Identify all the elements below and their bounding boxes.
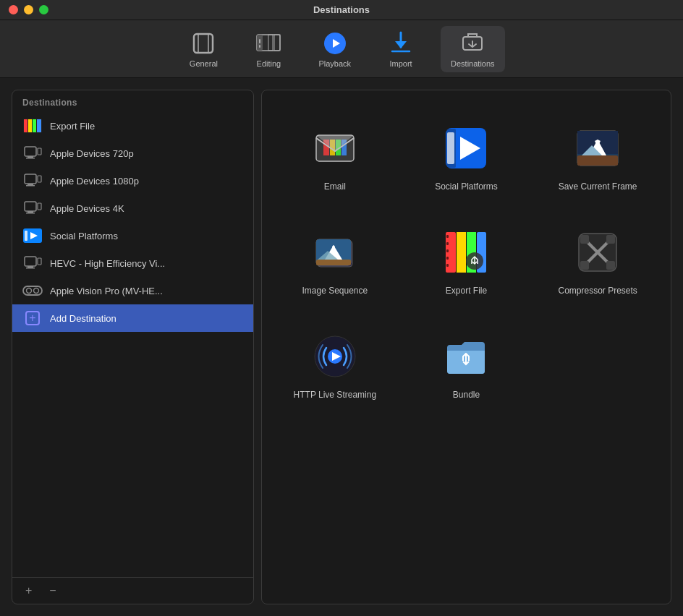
title-bar: Destinations [0, 0, 683, 20]
image-sequence-icon [309, 226, 361, 278]
email-icon [309, 122, 361, 174]
window-controls [9, 5, 48, 14]
save-frame-icon [572, 122, 624, 174]
svg-rect-63 [316, 260, 351, 265]
save-frame-label: Save Current Frame [559, 181, 637, 192]
svg-rect-71 [446, 249, 449, 252]
apple-4k-icon [22, 200, 43, 216]
svg-rect-73 [446, 264, 449, 267]
destination-item-email[interactable]: Email [276, 112, 394, 202]
svg-point-37 [27, 288, 32, 294]
bundle-icon [440, 330, 492, 382]
svg-rect-26 [27, 211, 33, 213]
svg-rect-28 [38, 203, 41, 210]
svg-rect-72 [446, 257, 449, 260]
minimize-button[interactable] [24, 5, 33, 14]
svg-rect-6 [274, 35, 280, 51]
email-label: Email [324, 181, 346, 192]
export-label: Export File [446, 286, 487, 296]
general-label: General [190, 59, 218, 68]
export-icon [440, 226, 492, 278]
svg-rect-82 [606, 261, 615, 270]
svg-rect-23 [26, 185, 35, 187]
svg-rect-80 [606, 235, 615, 244]
close-button[interactable] [9, 5, 18, 14]
svg-rect-16 [37, 119, 41, 132]
destination-item-export[interactable]: Export File [408, 216, 525, 306]
svg-rect-27 [26, 213, 35, 214]
social-label: Social Platforms [435, 181, 498, 192]
svg-rect-21 [25, 174, 36, 184]
svg-rect-70 [446, 242, 449, 245]
destinations-label: Destinations [451, 59, 495, 68]
svg-rect-17 [25, 147, 36, 156]
svg-rect-20 [38, 148, 41, 155]
playback-icon [322, 30, 348, 56]
destination-grid: Email Social Platforms [261, 90, 671, 604]
svg-rect-81 [580, 261, 589, 270]
hevc-icon [22, 255, 43, 271]
main-content: Destinations Export File [0, 78, 683, 616]
svg-rect-18 [27, 156, 33, 158]
toolbar: General Editing Playback [0, 20, 683, 78]
sidebar-item-apple-4k[interactable]: Apple Devices 4K [12, 194, 253, 222]
svg-rect-5 [268, 35, 273, 51]
apple-vision-icon [22, 283, 43, 299]
sidebar-item-export-file[interactable]: Export File [12, 112, 253, 140]
toolbar-item-editing[interactable]: Editing [243, 26, 294, 72]
svg-rect-69 [446, 235, 449, 238]
import-label: Import [389, 59, 412, 68]
sidebar-item-apple-1080p[interactable]: Apple Devices 1080p [12, 167, 253, 194]
image-sequence-label: Image Sequence [302, 286, 368, 296]
svg-rect-32 [25, 257, 36, 266]
svg-point-38 [34, 288, 39, 294]
destination-item-social[interactable]: Social Platforms [408, 112, 525, 202]
sidebar-item-label: Apple Vision Pro (MV-HE... [50, 286, 163, 296]
sidebar: Destinations Export File [12, 90, 254, 604]
editing-icon [255, 30, 281, 56]
svg-rect-8 [259, 45, 260, 48]
add-button[interactable]: + [22, 583, 35, 598]
compressor-icon [572, 226, 624, 278]
sidebar-item-social-platforms[interactable]: Social Platforms [12, 222, 253, 249]
toolbar-item-playback[interactable]: Playback [308, 26, 361, 72]
sidebar-list: Export File Apple Devices 720p [12, 112, 253, 577]
social-icon [440, 122, 492, 174]
sidebar-item-label: Export File [50, 121, 95, 132]
toolbar-item-import[interactable]: Import [376, 26, 426, 72]
sidebar-item-label: Apple Devices 1080p [50, 176, 139, 187]
svg-rect-50 [447, 132, 454, 164]
apple-720p-icon [22, 145, 43, 161]
destination-item-http-streaming[interactable]: HTTP Live Streaming [276, 320, 394, 410]
window-title: Destinations [313, 4, 370, 15]
svg-rect-25 [25, 202, 36, 211]
svg-rect-14 [28, 119, 32, 132]
svg-rect-31 [25, 231, 27, 241]
svg-rect-34 [26, 268, 35, 269]
maximize-button[interactable] [39, 5, 48, 14]
svg-rect-15 [33, 119, 36, 132]
destination-item-bundle[interactable]: Bundle [408, 320, 525, 410]
http-streaming-icon [309, 330, 361, 382]
toolbar-item-general[interactable]: General [178, 26, 229, 72]
sidebar-item-label: HEVC - High Efficiency Vi... [50, 258, 165, 269]
svg-rect-79 [580, 235, 589, 244]
sidebar-item-apple-720p[interactable]: Apple Devices 720p [12, 140, 253, 167]
destination-item-compressor[interactable]: Compressor Presets [539, 216, 656, 306]
playback-label: Playback [318, 59, 351, 68]
sidebar-item-hevc[interactable]: HEVC - High Efficiency Vi... [12, 249, 253, 277]
svg-rect-19 [26, 158, 35, 159]
svg-rect-13 [24, 119, 27, 132]
editing-label: Editing [257, 59, 281, 68]
svg-rect-35 [38, 258, 41, 265]
sidebar-item-label: Add Destination [50, 313, 116, 324]
destination-item-save-frame[interactable]: Save Current Frame [539, 112, 656, 202]
toolbar-item-destinations[interactable]: Destinations [441, 26, 505, 72]
destination-item-image-sequence[interactable]: Image Sequence [276, 216, 394, 306]
sidebar-item-apple-vision[interactable]: Apple Vision Pro (MV-HE... [12, 277, 253, 304]
svg-rect-66 [457, 232, 466, 273]
remove-button[interactable]: − [46, 583, 59, 598]
export-file-icon [22, 118, 43, 134]
svg-rect-24 [38, 176, 41, 182]
sidebar-item-add-destination[interactable]: + Add Destination [12, 304, 253, 332]
